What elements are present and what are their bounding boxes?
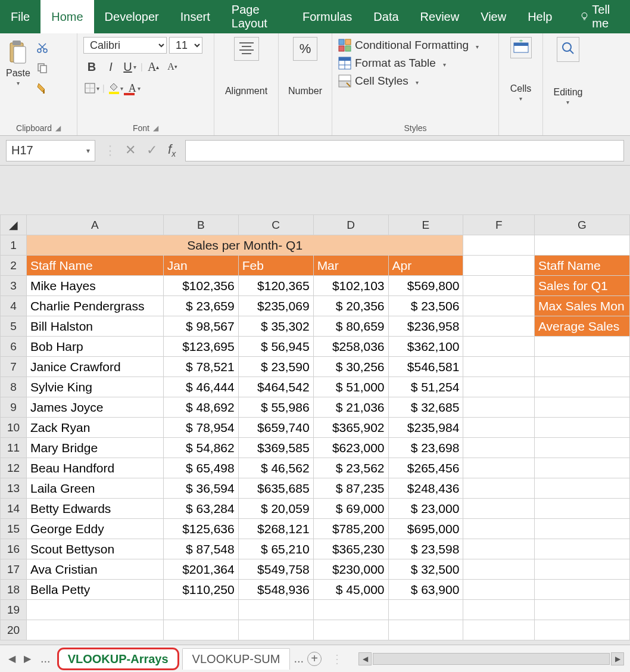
cell[interactable] [463, 377, 535, 397]
value-cell[interactable]: $ 63,900 [388, 580, 463, 600]
formula-input[interactable] [185, 140, 624, 161]
staff-name-cell[interactable]: Mary Bridge [26, 438, 163, 458]
value-cell[interactable]: $ 98,567 [163, 316, 238, 337]
tab-developer[interactable]: Developer [94, 0, 170, 33]
value-cell[interactable]: $ 69,000 [313, 499, 388, 519]
cell[interactable] [463, 438, 535, 458]
value-cell[interactable]: $ 46,562 [238, 458, 313, 478]
staff-name-cell[interactable]: Charlie Pendergrass [26, 296, 163, 316]
value-cell[interactable]: $ 78,954 [163, 418, 238, 438]
value-cell[interactable]: $248,436 [388, 478, 463, 499]
cell[interactable] [238, 620, 313, 640]
cell[interactable] [163, 600, 238, 620]
format-as-table-button[interactable]: Format as Table [338, 55, 446, 71]
cells-button[interactable]: Cells ▾ [510, 37, 532, 102]
tab-insert[interactable]: Insert [170, 0, 221, 33]
value-cell[interactable]: $ 35,302 [238, 316, 313, 337]
tab-formulas[interactable]: Formulas [292, 0, 363, 33]
value-cell[interactable]: $ 23,562 [313, 458, 388, 478]
cell[interactable] [534, 539, 629, 559]
row-header[interactable]: 7 [1, 357, 27, 377]
name-box[interactable]: H17▾ [6, 140, 95, 161]
row-header[interactable]: 9 [1, 397, 27, 418]
cell[interactable] [534, 559, 629, 580]
value-cell[interactable]: $ 51,000 [313, 377, 388, 397]
cell[interactable] [534, 418, 629, 438]
row-header[interactable]: 14 [1, 499, 27, 519]
value-cell[interactable]: $785,200 [313, 519, 388, 539]
cell[interactable] [463, 499, 535, 519]
horizontal-scrollbar[interactable]: ◀ ▶ [358, 652, 624, 665]
row-header[interactable]: 18 [1, 580, 27, 600]
table-header[interactable]: Jan [163, 256, 238, 276]
cell[interactable] [463, 418, 535, 438]
value-cell[interactable]: $549,758 [238, 559, 313, 580]
staff-name-cell[interactable]: Beau Handford [26, 458, 163, 478]
cell[interactable] [463, 296, 535, 316]
value-cell[interactable]: $ 87,548 [163, 539, 238, 559]
value-cell[interactable]: $ 80,659 [313, 316, 388, 337]
table-header[interactable]: Apr [388, 256, 463, 276]
row-header[interactable]: 20 [1, 620, 27, 640]
font-name-select[interactable]: Calibri [83, 37, 167, 54]
copy-button[interactable] [34, 60, 51, 76]
value-cell[interactable]: $635,685 [238, 478, 313, 499]
value-cell[interactable]: $ 23,000 [388, 499, 463, 519]
col-header-C[interactable]: C [238, 215, 313, 235]
value-cell[interactable]: $365,230 [313, 539, 388, 559]
tab-view[interactable]: View [470, 0, 517, 33]
value-cell[interactable]: $ 54,862 [163, 438, 238, 458]
cell[interactable] [534, 337, 629, 357]
decrease-font-button[interactable]: A▾ [164, 58, 181, 75]
sheet-nav-more[interactable]: ... [37, 652, 54, 665]
row-header[interactable]: 12 [1, 458, 27, 478]
format-painter-button[interactable] [34, 80, 51, 97]
value-cell[interactable]: $546,581 [388, 357, 463, 377]
value-cell[interactable]: $ 21,036 [313, 397, 388, 418]
staff-name-cell[interactable]: Laila Green [26, 478, 163, 499]
value-cell[interactable]: $ 23,506 [388, 296, 463, 316]
value-cell[interactable]: $ 23,659 [163, 296, 238, 316]
cell[interactable] [463, 519, 535, 539]
cell[interactable] [26, 600, 163, 620]
row-header[interactable]: 1 [1, 235, 27, 256]
cancel-formula-button[interactable]: ✕ [125, 142, 136, 158]
cut-button[interactable] [34, 39, 51, 56]
value-cell[interactable]: $ 45,000 [313, 580, 388, 600]
value-cell[interactable]: $ 78,521 [163, 357, 238, 377]
value-cell[interactable]: $123,695 [163, 337, 238, 357]
row-header[interactable]: 13 [1, 478, 27, 499]
cell[interactable] [534, 377, 629, 397]
value-cell[interactable]: $235,984 [388, 418, 463, 438]
conditional-formatting-button[interactable]: Conditional Formatting [338, 37, 479, 54]
value-cell[interactable]: $ 30,256 [313, 357, 388, 377]
table-header[interactable]: Feb [238, 256, 313, 276]
cell[interactable] [534, 397, 629, 418]
sheet-nav-next[interactable]: ▶ [21, 653, 33, 664]
staff-name-cell[interactable]: Mike Hayes [26, 276, 163, 296]
scroll-left-button[interactable]: ◀ [358, 652, 372, 665]
value-cell[interactable]: $ 48,692 [163, 397, 238, 418]
row-header[interactable]: 6 [1, 337, 27, 357]
sheet-nav-prev[interactable]: ◀ [6, 653, 18, 664]
cell[interactable] [463, 235, 535, 256]
cell[interactable] [463, 539, 535, 559]
value-cell[interactable]: $236,958 [388, 316, 463, 337]
font-launcher[interactable]: ◢ [153, 124, 158, 132]
fx-button[interactable]: fx [168, 142, 176, 158]
number-format-button[interactable]: % Number [288, 37, 322, 97]
cell[interactable] [463, 600, 535, 620]
value-cell[interactable]: $ 55,986 [238, 397, 313, 418]
cell[interactable] [463, 316, 535, 337]
cell[interactable] [463, 580, 535, 600]
value-cell[interactable]: $623,000 [313, 438, 388, 458]
cell[interactable] [313, 620, 388, 640]
sheet-overflow[interactable]: ... [294, 652, 304, 665]
value-cell[interactable]: $ 32,500 [388, 559, 463, 580]
staff-name-cell[interactable]: Bill Halston [26, 316, 163, 337]
value-cell[interactable]: $ 23,590 [238, 357, 313, 377]
cell[interactable] [26, 620, 163, 640]
row-header[interactable]: 8 [1, 377, 27, 397]
cell[interactable] [388, 600, 463, 620]
italic-button[interactable]: I [102, 58, 119, 75]
